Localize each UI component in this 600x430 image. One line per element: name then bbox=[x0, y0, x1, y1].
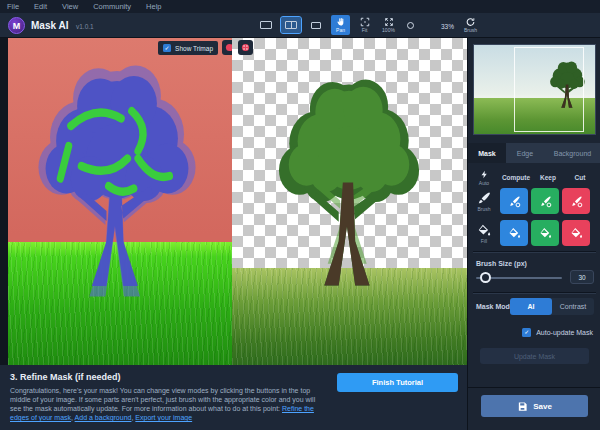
update-mask-button[interactable]: Update Mask bbox=[480, 348, 589, 364]
auto-compute-button[interactable]: Auto bbox=[468, 169, 500, 186]
show-trimap-toggle[interactable]: ✓ Show Trimap bbox=[158, 41, 218, 55]
reset-circle-arrow-icon bbox=[464, 17, 477, 27]
pan-tool-button[interactable]: Pan bbox=[331, 15, 350, 35]
tool-grid-header: Auto Compute Keep Cut bbox=[468, 169, 600, 186]
panel-tabs: Mask Edge Background bbox=[468, 143, 600, 163]
brush-tool-name: Brush bbox=[468, 191, 500, 212]
auto-label: Auto bbox=[479, 181, 489, 186]
fill-tool-label: Fill bbox=[481, 239, 487, 244]
tab-edge[interactable]: Edge bbox=[506, 143, 544, 163]
divider bbox=[473, 292, 596, 293]
menu-community[interactable]: Community bbox=[93, 2, 131, 11]
mask-mode-group: AI Contrast bbox=[510, 298, 594, 315]
reset-brush-button[interactable]: Brush bbox=[461, 15, 480, 35]
brush-cut-button[interactable] bbox=[562, 188, 590, 214]
zoom-100-label: 100% bbox=[382, 28, 395, 33]
menu-edit[interactable]: Edit bbox=[34, 2, 47, 11]
tab-background[interactable]: Background bbox=[544, 143, 600, 163]
brush-compute-button[interactable] bbox=[500, 188, 528, 214]
menu-help[interactable]: Help bbox=[146, 2, 161, 11]
brush-icon bbox=[477, 191, 491, 206]
brush-size-label: Brush Size (px) bbox=[476, 260, 527, 267]
navigator-thumbnail[interactable] bbox=[473, 44, 596, 135]
overlay-opacity-button[interactable] bbox=[238, 40, 253, 55]
side-by-side-view-icon bbox=[311, 22, 321, 29]
split-view-icon bbox=[285, 21, 297, 29]
brush-size-value[interactable]: 30 bbox=[570, 270, 594, 284]
tab-mask[interactable]: Mask bbox=[468, 143, 506, 163]
paint-bucket-icon bbox=[477, 223, 491, 238]
split-view-button[interactable] bbox=[281, 17, 301, 33]
save-button[interactable]: Save bbox=[481, 395, 588, 417]
show-trimap-checkbox[interactable]: ✓ bbox=[163, 44, 171, 52]
red-dot-icon bbox=[225, 43, 232, 52]
fill-tool-name: Fill bbox=[468, 223, 500, 244]
column-cut-label: Cut bbox=[564, 174, 596, 181]
zoom-percent: 33% bbox=[441, 23, 454, 30]
column-compute-label: Compute bbox=[500, 174, 532, 181]
divider bbox=[473, 251, 596, 252]
fill-cut-button[interactable] bbox=[562, 220, 590, 246]
app-version: v1.0.1 bbox=[76, 23, 94, 30]
fill-cut-icon bbox=[569, 226, 584, 241]
menu-bar: File Edit View Community Help bbox=[0, 0, 600, 13]
brush-tool-row: Brush bbox=[468, 188, 600, 214]
brush-keep-icon bbox=[538, 194, 553, 209]
fill-tool-row: Fill bbox=[468, 220, 600, 246]
dotted-red-circle-icon bbox=[241, 43, 250, 52]
step-heading: 3. Refine Mask (if needed) bbox=[10, 372, 121, 382]
single-view-button[interactable] bbox=[256, 17, 276, 33]
expand-arrows-icon bbox=[383, 17, 395, 27]
brush-compute-icon bbox=[507, 194, 522, 209]
finish-tutorial-button[interactable]: Finish Tutorial bbox=[337, 373, 458, 392]
result-view-pane[interactable] bbox=[232, 38, 467, 365]
save-button-label: Save bbox=[533, 402, 552, 411]
menu-file[interactable]: File bbox=[7, 2, 19, 11]
step-body: Congratulations, here's your mask! You c… bbox=[10, 386, 320, 422]
fit-zoom-button[interactable]: Fit bbox=[355, 15, 374, 35]
fill-keep-icon bbox=[538, 226, 553, 241]
app-logo-icon: M bbox=[8, 17, 25, 34]
fit-icon bbox=[359, 17, 371, 27]
side-by-side-view-button[interactable] bbox=[306, 17, 326, 33]
mask-mode-label: Mask Mode bbox=[476, 303, 514, 310]
link-add-background[interactable]: Add a background bbox=[75, 414, 132, 421]
auto-update-row: ✓ Auto-update Mask bbox=[468, 328, 600, 337]
result-tree bbox=[246, 60, 452, 305]
app-title: Mask AI bbox=[31, 20, 68, 31]
auto-update-checkbox[interactable]: ✓ bbox=[522, 328, 531, 337]
mask-ai-window: File Edit View Community Help M Mask AI … bbox=[0, 0, 600, 430]
mask-mode-ai-button[interactable]: AI bbox=[510, 298, 552, 315]
menu-view[interactable]: View bbox=[62, 2, 78, 11]
zoom-100-button[interactable]: 100% bbox=[379, 15, 398, 35]
fill-compute-icon bbox=[507, 226, 522, 241]
show-trimap-label: Show Trimap bbox=[175, 45, 213, 52]
image-viewer: ✓ Show Trimap bbox=[0, 38, 467, 365]
trimap-tree-mask bbox=[12, 56, 222, 306]
save-floppy-icon bbox=[517, 401, 528, 412]
navigator-view-rect[interactable] bbox=[514, 47, 584, 132]
right-panel: Mask Edge Background Auto Compute Keep C… bbox=[467, 38, 600, 430]
fit-zoom-label: Fit bbox=[362, 28, 368, 33]
step-body-text: Congratulations, here's your mask! You c… bbox=[10, 387, 315, 412]
fill-keep-button[interactable] bbox=[531, 220, 559, 246]
auto-update-label: Auto-update Mask bbox=[536, 329, 593, 336]
mask-mode-contrast-button[interactable]: Contrast bbox=[552, 298, 594, 315]
divider bbox=[468, 387, 600, 388]
mask-color-button[interactable] bbox=[222, 40, 232, 55]
single-view-icon bbox=[260, 21, 272, 29]
link-export-image[interactable]: Export your image bbox=[135, 414, 192, 421]
fill-compute-button[interactable] bbox=[500, 220, 528, 246]
toolbar: Pan Fit 100% 33% Brush bbox=[256, 15, 480, 37]
brush-size-slider-handle[interactable] bbox=[480, 272, 491, 283]
trimap-view-pane[interactable]: ✓ Show Trimap bbox=[8, 38, 232, 365]
tutorial-footer: 3. Refine Mask (if needed) Congratulatio… bbox=[0, 365, 467, 430]
reset-brush-label: Brush bbox=[464, 28, 477, 33]
hand-icon bbox=[335, 17, 346, 27]
brush-keep-button[interactable] bbox=[531, 188, 559, 214]
pan-tool-label: Pan bbox=[336, 28, 345, 33]
title-bar: M Mask AI v1.0.1 Pan Fit bbox=[0, 13, 600, 38]
brush-cut-icon bbox=[569, 194, 584, 209]
zoom-slider-handle[interactable] bbox=[407, 22, 414, 29]
column-keep-label: Keep bbox=[532, 174, 564, 181]
